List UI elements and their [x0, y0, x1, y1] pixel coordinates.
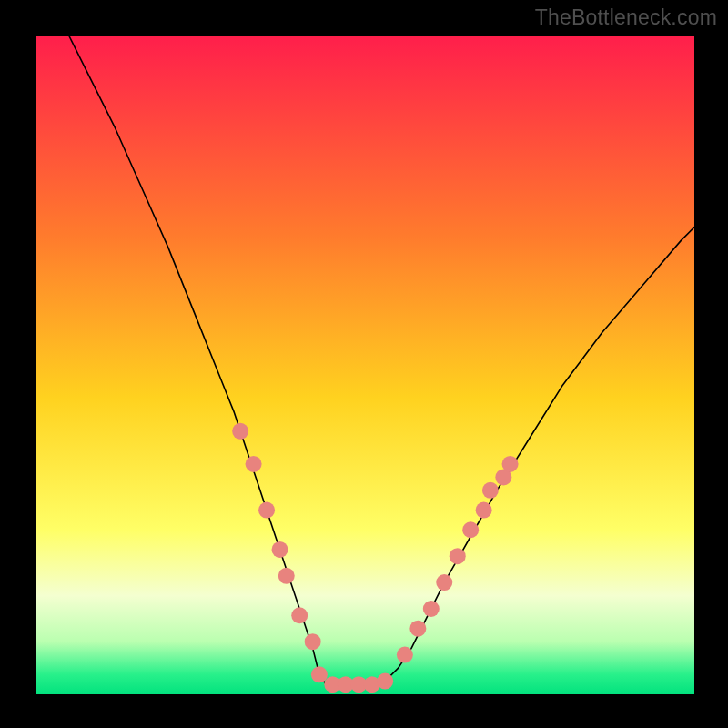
marker-dot	[397, 647, 413, 663]
marker-dot	[462, 521, 479, 538]
marker-dot	[311, 666, 328, 682]
watermark-label: TheBottleneck.com	[535, 5, 717, 30]
marker-dot	[246, 456, 262, 472]
marker-dot	[423, 601, 440, 617]
plot-area	[36, 36, 694, 694]
marker-dot	[436, 574, 452, 591]
marker-dot	[450, 548, 466, 564]
marker-dot	[476, 502, 492, 519]
marker-dot	[305, 633, 321, 650]
marker-dot	[502, 456, 519, 472]
marker-dot	[291, 607, 308, 623]
marker-dot	[258, 502, 275, 519]
marker-dot	[482, 482, 499, 499]
marker-dot	[377, 673, 393, 690]
marker-dot	[272, 541, 288, 558]
chart-frame: TheBottleneck.com	[0, 0, 728, 728]
marker-dot	[410, 621, 426, 637]
marker-dot	[232, 423, 248, 440]
marker-dot	[278, 568, 295, 584]
gradient-background	[36, 36, 694, 694]
chart-svg	[36, 36, 694, 694]
